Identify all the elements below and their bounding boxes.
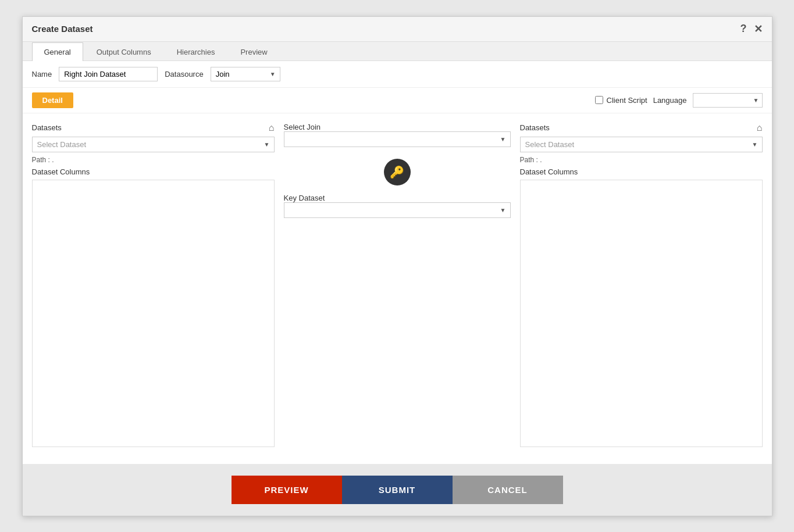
right-columns-box [520, 180, 763, 447]
right-path-row: Path : . [520, 156, 763, 164]
key-dataset-area: Key Dataset [284, 194, 511, 218]
key-dataset-wrapper [284, 202, 511, 218]
datasource-select[interactable]: Join [211, 67, 280, 81]
name-row: Name Datasource Join [23, 61, 772, 88]
detail-button[interactable]: Detail [32, 92, 73, 108]
select-join-label: Select Join [284, 123, 511, 131]
right-dataset-select[interactable]: Select Dataset [520, 137, 763, 152]
detail-right-area: Client Script Language [595, 93, 763, 108]
detail-bar: Detail Client Script Language [23, 88, 772, 113]
create-dataset-dialog: Create Dataset ? ✕ General Output Column… [22, 16, 772, 516]
right-panel-header: Datasets ⌂ [520, 123, 763, 133]
right-home-icon[interactable]: ⌂ [757, 123, 763, 133]
tab-general[interactable]: General [32, 42, 83, 61]
tab-output-columns[interactable]: Output Columns [84, 42, 163, 61]
right-datasets-label: Datasets [520, 123, 550, 132]
preview-button[interactable]: PREVIEW [232, 476, 342, 504]
header-icons: ? ✕ [740, 23, 763, 35]
name-input[interactable] [59, 67, 158, 81]
language-label: Language [653, 96, 687, 105]
left-panel-header: Datasets ⌂ [32, 123, 275, 133]
dialog-title: Create Dataset [32, 24, 93, 34]
key-icon: 🔑 [384, 159, 411, 185]
select-join-select[interactable] [284, 131, 511, 147]
dialog-body: Name Datasource Join Detail Client Scrip… [23, 61, 772, 515]
key-dataset-label: Key Dataset [284, 194, 511, 202]
main-content: Datasets ⌂ Select Dataset Path : . Datas… [23, 113, 772, 456]
client-script-checkbox[interactable] [595, 96, 603, 104]
right-columns-label: Dataset Columns [520, 167, 763, 176]
cancel-button[interactable]: CANCEL [453, 476, 563, 504]
select-join-area: Select Join [284, 123, 511, 147]
left-dataset-select[interactable]: Select Dataset [32, 137, 275, 152]
select-join-wrapper [284, 131, 511, 147]
help-icon[interactable]: ? [740, 23, 747, 35]
datasource-label: Datasource [165, 70, 203, 78]
dialog-header: Create Dataset ? ✕ [23, 17, 772, 42]
close-icon[interactable]: ✕ [754, 23, 763, 35]
tabs-bar: General Output Columns Hierarchies Previ… [23, 42, 772, 61]
left-columns-label: Dataset Columns [32, 167, 275, 176]
left-dataset-dropdown-wrapper: Select Dataset [32, 137, 275, 152]
datasource-select-wrapper: Join [211, 67, 280, 81]
left-datasets-label: Datasets [32, 123, 62, 132]
key-dataset-select[interactable] [284, 202, 511, 218]
right-dataset-dropdown-wrapper: Select Dataset [520, 137, 763, 152]
submit-button[interactable]: SUBMIT [342, 476, 453, 504]
left-home-icon[interactable]: ⌂ [269, 123, 275, 133]
tab-hierarchies[interactable]: Hierarchies [165, 42, 227, 61]
tab-preview[interactable]: Preview [228, 42, 279, 61]
center-panel: Select Join 🔑 Key Dataset [284, 123, 511, 447]
right-panel: Datasets ⌂ Select Dataset Path : . Datas… [520, 123, 763, 447]
left-columns-box [32, 180, 275, 447]
language-select[interactable] [693, 93, 763, 108]
client-script-label[interactable]: Client Script [595, 96, 647, 105]
footer: PREVIEW SUBMIT CANCEL [23, 464, 772, 516]
name-label: Name [32, 70, 52, 78]
left-panel: Datasets ⌂ Select Dataset Path : . Datas… [32, 123, 275, 447]
language-select-wrapper [693, 93, 763, 108]
left-path-row: Path : . [32, 156, 275, 164]
